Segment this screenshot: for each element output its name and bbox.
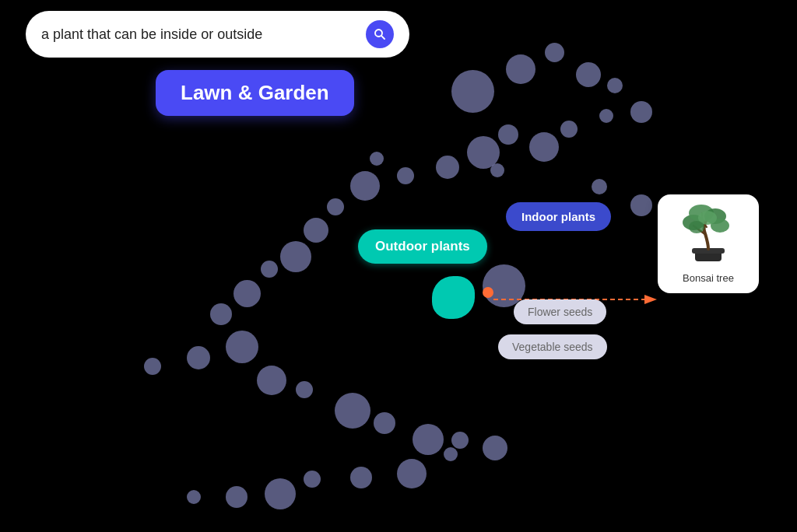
outdoor-plants-category[interactable]: Outdoor plants: [358, 229, 487, 264]
bubble: [304, 218, 328, 243]
svg-point-11: [689, 221, 704, 233]
bubble: [296, 381, 313, 398]
bonsai-product-card[interactable]: Bonsai tree: [658, 194, 759, 293]
bubble: [187, 346, 210, 369]
bubble: [444, 447, 458, 461]
indoor-plants-category[interactable]: Indoor plants: [506, 202, 611, 231]
bubble: [599, 109, 613, 123]
bubble: [261, 261, 278, 278]
main-scene: a plant that can be inside or outside La…: [0, 0, 797, 532]
bubble: [592, 179, 607, 194]
bubble: [498, 124, 518, 145]
bubble: [630, 101, 652, 123]
bubble: [545, 43, 564, 62]
bubble: [335, 393, 370, 429]
bubble: [370, 152, 384, 166]
bubble: [490, 163, 504, 177]
bubble: [451, 432, 469, 449]
bubble: [451, 70, 494, 113]
bubble: [280, 241, 311, 272]
bubble: [226, 331, 258, 363]
bubble: [506, 54, 535, 84]
bubble: [226, 486, 248, 508]
bubble: [576, 62, 601, 87]
bonsai-image: [673, 204, 743, 266]
bubble: [210, 303, 232, 325]
search-bar[interactable]: a plant that can be inside or outside: [26, 11, 409, 58]
bonsai-label: Bonsai tree: [683, 272, 734, 284]
lawn-garden-category[interactable]: Lawn & Garden: [156, 70, 354, 116]
bubble: [630, 194, 652, 216]
search-input[interactable]: a plant that can be inside or outside: [41, 26, 366, 43]
bubble: [144, 358, 161, 375]
bubble: [265, 478, 296, 509]
bubble: [187, 490, 201, 504]
bubble: [529, 132, 559, 162]
bubble: [350, 467, 372, 488]
svg-line-1: [381, 36, 384, 39]
bubble: [397, 459, 427, 488]
bubble: [607, 78, 623, 93]
bubble: [304, 471, 321, 488]
bubble: [413, 424, 444, 455]
bubble: [397, 167, 414, 184]
search-icon[interactable]: [366, 20, 394, 48]
center-blob: [432, 276, 475, 319]
bubble: [257, 366, 286, 395]
bubble: [374, 412, 395, 434]
bubble: [233, 280, 261, 307]
bubble: [483, 436, 507, 460]
vegetable-seeds-category[interactable]: Vegetable seeds: [498, 334, 607, 359]
bubble: [560, 121, 578, 138]
flower-seeds-category[interactable]: Flower seeds: [514, 299, 606, 324]
bubble: [350, 171, 380, 201]
bubble: [436, 156, 459, 179]
selection-dot: [483, 287, 493, 298]
bubble: [327, 198, 344, 215]
